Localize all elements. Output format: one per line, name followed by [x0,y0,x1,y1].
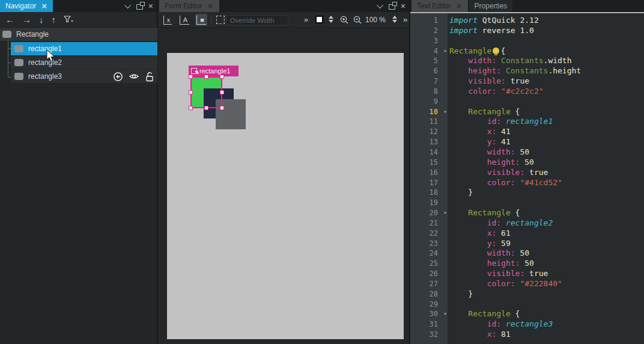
code-line: 14 width: 50 [410,147,644,158]
line-number: 25 [410,259,448,269]
line-number: 22 [410,229,448,239]
line-number: 31 [410,319,448,330]
navigator-item-rectangle1[interactable]: rectangle1 [11,42,157,55]
navigator-toolbar: ← → ↓ ↑ [0,12,157,28]
code-line: 31 id: rectangle3 [410,319,644,330]
resize-handle-nw[interactable] [189,75,193,79]
selection-label[interactable]: rectangle1 [189,66,238,76]
tab-properties[interactable]: Properties [469,0,513,12]
resize-handle-sw[interactable] [189,106,193,110]
resize-handle-w[interactable] [189,90,193,94]
design-canvas[interactable]: rectangle1 [167,53,404,339]
line-number: 12 [410,127,448,137]
code-line: 1import QtQuick 2.12 [410,16,644,26]
text-editor-panel: Text Editor ✕ Properties 1import QtQuick… [410,0,644,344]
line-number: 13 [410,137,448,147]
code-line: 28 } [410,289,644,299]
close-pane-icon[interactable]: × [401,2,406,10]
navigator-item-rectangle3[interactable]: rectangle3 [11,70,157,83]
line-number: 4▾ [410,46,448,57]
code-line: 12 x: 41 [410,127,644,137]
selected-item-icon [191,68,197,74]
tab-navigator[interactable]: Navigator ✕ [0,0,53,12]
code-line: 30▾ Rectangle { [410,309,644,319]
line-number: 27 [410,279,448,289]
line-number: 29 [410,299,448,310]
close-icon[interactable]: ✕ [207,2,214,10]
canvas-color-swatch[interactable] [315,16,323,23]
snap-without-anchors-icon[interactable]: ■ [195,14,207,26]
move-down-icon[interactable]: ↓ [39,15,44,24]
no-snapping-icon[interactable]: x [162,14,174,26]
line-number: 20▾ [410,208,448,218]
line-number: 24 [410,248,448,259]
line-number: 11 [410,117,448,127]
form-editor-panel: Form Editor ✕ × x A ■ » [158,0,410,344]
line-number: 17 [410,178,448,188]
code-line: 8 color: "#c2c2c2" [410,87,644,97]
detach-window-icon[interactable] [136,4,143,10]
line-number: 16 [410,168,448,178]
resize-handle-n[interactable] [204,75,208,79]
selection-outline[interactable] [190,76,222,108]
navigator-pane-controls: × [126,0,153,12]
navigator-item-label: rectangle1 [28,45,62,53]
line-number: 14 [410,147,448,158]
toolbar-separator [223,16,223,24]
tab-form-editor[interactable]: Form Editor ✕ [159,0,219,12]
chevron-down-icon[interactable] [377,2,383,8]
text-editor-tabbar: Text Editor ✕ Properties [410,0,644,12]
override-width-input[interactable] [226,15,288,25]
tab-text-editor[interactable]: Text Editor ✕ [412,0,468,12]
overflow-chevron-icon[interactable]: » [403,15,407,24]
code-line: 29 [410,299,644,310]
close-icon[interactable]: ✕ [41,2,47,10]
line-number: 15 [410,158,448,168]
form-editor-pane-controls: × [378,0,406,12]
zoom-out-icon[interactable] [353,16,362,25]
navigator-item-root[interactable]: Rectangle [0,28,157,41]
line-number: 32 [410,330,448,340]
close-icon[interactable]: ✕ [456,2,463,10]
zoom-level-value: 100 % [365,16,386,24]
filter-icon[interactable] [64,16,74,23]
code-line: 24 width: 50 [410,248,644,259]
show-bounding-rectangles-icon[interactable] [214,14,226,26]
move-up-icon[interactable]: ↑ [52,15,56,24]
navigator-tabbar: Navigator ✕ × [0,0,157,12]
fold-marker-icon[interactable]: ▾ [443,107,447,117]
line-number: 9 [410,97,448,107]
line-number: 2 [410,26,448,36]
close-pane-icon[interactable]: × [148,2,153,10]
toolbar-separator [211,16,211,24]
code-line: 27 color: "#222840" [410,279,644,289]
code-editor[interactable]: 1import QtQuick 2.122import reverse 1.03… [410,16,644,340]
detach-window-icon[interactable] [389,4,395,10]
chevron-down-icon[interactable] [124,2,131,8]
fold-marker-icon[interactable]: ▾ [443,208,447,218]
resize-handle-e[interactable] [220,90,224,94]
code-line: 5 width: Constants.width [410,56,644,66]
rectangle-item-icon [14,45,23,52]
resize-handle-se[interactable] [220,106,224,110]
fold-marker-icon[interactable]: ▾ [443,46,447,57]
swatch-stepper[interactable] [329,16,333,23]
rectangle-item-icon [14,59,23,66]
qt-design-studio-window: Navigator ✕ × ← → ↓ ↑ Rectangle [0,0,644,344]
resize-handle-ne[interactable] [220,75,224,79]
tab-text-editor-label: Text Editor [417,2,451,10]
resize-handle-s[interactable] [204,106,208,110]
overflow-chevron-icon[interactable]: » [304,15,308,24]
navigator-item-rectangle2[interactable]: rectangle2 [11,56,157,69]
line-number: 1 [410,16,448,26]
snap-with-anchors-icon[interactable]: A [178,14,190,26]
code-line: 20▾ Rectangle { [410,208,644,218]
zoom-stepper[interactable] [392,16,397,23]
form-editor-toolbar: x A ■ » 100 % » [158,12,409,28]
move-right-icon[interactable]: → [22,15,31,24]
lightbulb-icon[interactable] [493,48,499,54]
zoom-in-icon[interactable] [340,16,349,25]
move-left-icon[interactable]: ← [5,15,14,24]
fold-marker-icon[interactable]: ▾ [443,309,447,319]
selection-label-text: rectangle1 [199,67,230,75]
